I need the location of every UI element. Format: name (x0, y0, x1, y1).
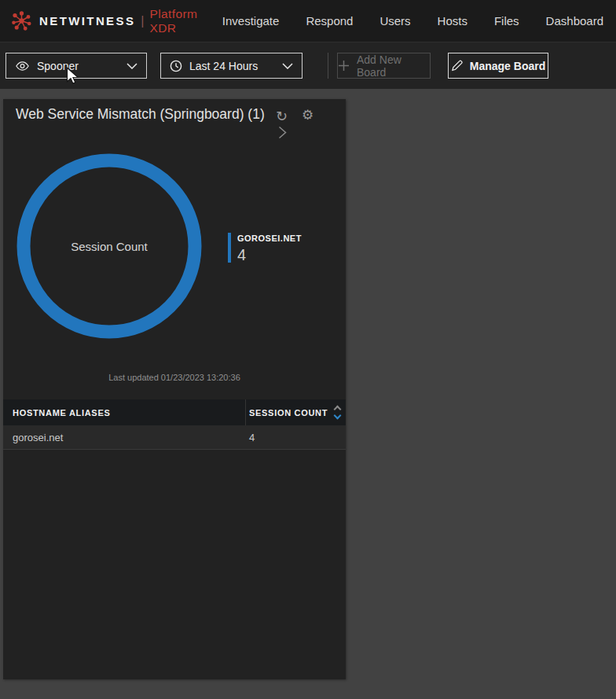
legend-value: 4 (237, 246, 302, 264)
web-service-mismatch-card: Web Service Mismatch (Springboard) (1) ↻… (3, 99, 346, 679)
springboard-content: Web Service Mismatch (Springboard) (1) ↻… (0, 89, 616, 699)
nav-item-users[interactable]: Users (380, 14, 410, 28)
nav-links: Investigate Respond Users Hosts Files Da… (222, 14, 603, 28)
add-new-board-button[interactable]: Add New Board (337, 53, 431, 79)
brand-product: Platform XDR (150, 7, 222, 35)
toolbar-divider (328, 53, 328, 79)
hostname-aliases-table: HOSTNAME ALIASES SESSION COUNT gorosei.n… (3, 399, 346, 450)
board-select[interactable]: Spooner (6, 53, 147, 79)
legend-label: GOROSEI.NET (237, 233, 302, 243)
netwitness-logo-icon (11, 10, 32, 31)
session-count-header-label: SESSION COUNT (249, 408, 328, 418)
time-range-select[interactable]: Last 24 Hours (160, 53, 302, 79)
brand-name: NETWITNESS (39, 14, 135, 28)
session-count-donut-chart[interactable]: Session Count (13, 150, 205, 342)
top-nav: NETWITNESS | Platform XDR Investigate Re… (0, 0, 616, 42)
chart-legend-item: GOROSEI.NET 4 (228, 233, 302, 264)
table-row[interactable]: gorosei.net 4 (3, 425, 346, 450)
sort-caret-up-down-icon[interactable] (335, 407, 340, 418)
plus-icon (338, 60, 350, 72)
pencil-icon (451, 60, 463, 72)
manage-board-button[interactable]: Manage Board (448, 53, 548, 79)
legend-color-bar (228, 233, 231, 263)
last-updated-text: Last updated 01/23/2023 13:20:36 (3, 373, 346, 382)
clock-icon (170, 60, 182, 72)
card-title: Web Service Mismatch (Springboard) (1) (16, 106, 280, 123)
eye-icon (15, 61, 30, 72)
springboard-toolbar: Spooner Last 24 Hours Add New Board M (0, 42, 616, 89)
nav-item-investigate[interactable]: Investigate (222, 14, 280, 28)
caret-down-icon (334, 412, 342, 420)
gear-icon[interactable]: ⚙ (302, 109, 314, 122)
table-header-row: HOSTNAME ALIASES SESSION COUNT (3, 399, 346, 425)
chevron-down-icon (282, 63, 293, 69)
nav-item-files[interactable]: Files (494, 14, 519, 28)
time-range-value: Last 24 Hours (189, 60, 282, 72)
chevron-down-icon (126, 63, 138, 69)
board-select-value: Spooner (37, 60, 126, 72)
refresh-icon[interactable]: ↻ (276, 109, 288, 123)
manage-board-label: Manage Board (470, 60, 545, 72)
cell-session-count: 4 (246, 432, 346, 443)
brand[interactable]: NETWITNESS | Platform XDR (11, 7, 222, 35)
column-header-hostname-aliases: HOSTNAME ALIASES (3, 399, 246, 425)
add-new-board-label: Add New Board (357, 53, 430, 79)
nav-item-respond[interactable]: Respond (306, 14, 353, 28)
nav-item-hosts[interactable]: Hosts (438, 14, 468, 28)
brand-separator: | (141, 14, 144, 28)
nav-item-dashboard[interactable]: Dashboard (546, 14, 603, 28)
cell-hostname: gorosei.net (3, 432, 246, 443)
chevron-right-icon[interactable] (277, 126, 288, 139)
column-header-session-count[interactable]: SESSION COUNT (246, 399, 346, 425)
